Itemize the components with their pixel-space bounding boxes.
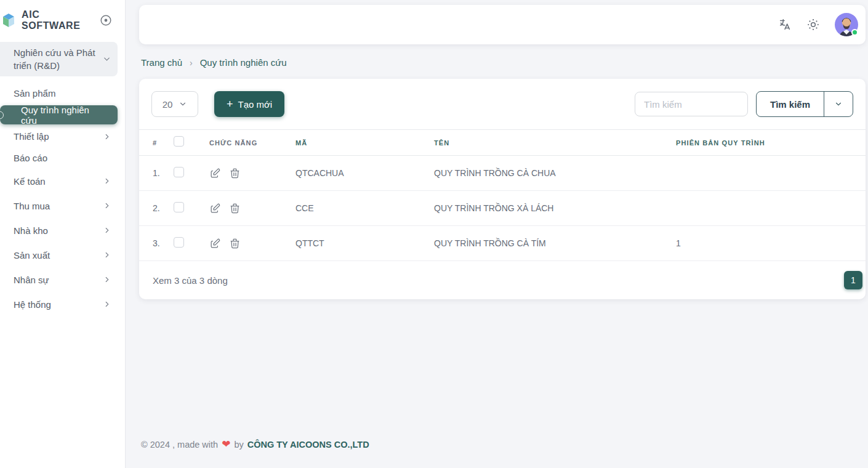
sidebar-item-san-xuat[interactable]: Sản xuất (0, 243, 118, 267)
sun-icon (806, 18, 820, 31)
sidebar-item-label: Báo cáo (14, 153, 47, 163)
col-header-name[interactable]: TÊN (434, 139, 676, 147)
sidebar-item-he-thong[interactable]: Hệ thống (0, 292, 118, 317)
table-row: 2. CCE QUY TRÌNH TRỒNG XÀ LÁCH (139, 191, 866, 226)
chevron-right-icon (103, 177, 111, 185)
chevron-right-icon (103, 201, 111, 210)
sidebar-item-label: Nhà kho (14, 225, 48, 236)
sidebar-item-quy-trinh-nghien-cuu[interactable]: Quy trình nghiên cứu (0, 105, 118, 124)
rows-summary: Xem 3 của 3 dòng (153, 275, 228, 286)
delete-button[interactable] (229, 203, 241, 214)
page-size-select[interactable]: 20 (151, 91, 198, 117)
select-all-checkbox[interactable] (174, 136, 184, 147)
row-checkbox[interactable] (174, 237, 184, 248)
chevron-down-icon (102, 55, 111, 64)
translate-icon (778, 18, 792, 31)
breadcrumb-separator: › (190, 58, 193, 68)
table-controls: 20 + Tạo mới Tìm kiếm (139, 79, 866, 129)
row-index: 2. (153, 203, 174, 213)
sidebar-item-label: Kế toán (14, 176, 46, 187)
topbar (139, 5, 866, 44)
language-switcher-button[interactable] (778, 18, 792, 31)
edit-pencil-icon (209, 167, 221, 179)
row-index: 1. (153, 168, 174, 178)
col-header-version[interactable]: PHIÊN BẢN QUY TRÌNH (676, 139, 852, 147)
chevron-right-icon (103, 251, 111, 259)
delete-button[interactable] (229, 238, 241, 249)
chevron-right-icon (103, 226, 111, 235)
table-header-row: # CHỨC NĂNG MÃ TÊN PHIÊN BẢN QUY TRÌNH (139, 129, 866, 156)
sidebar-item-rnd[interactable]: Nghiên cứu và Phát triển (R&D) (0, 42, 118, 76)
chevron-down-icon (834, 100, 843, 108)
sidebar-menu: Nghiên cứu và Phát triển (R&D) Sản phẩm … (0, 42, 118, 317)
row-version: 1 (676, 238, 852, 248)
copyright-by: by (234, 440, 243, 450)
chevron-down-icon (179, 100, 187, 108)
table-card: 20 + Tạo mới Tìm kiếm # CHỨC NĂNG (139, 79, 866, 299)
sidebar-item-label: Nhân sự (14, 275, 49, 285)
sidebar-item-thiet-lap[interactable]: Thiết lập (0, 126, 118, 147)
search-button[interactable]: Tìm kiếm (757, 92, 824, 116)
row-checkbox[interactable] (174, 202, 184, 212)
trash-icon (229, 203, 241, 214)
sidebar-item-thu-mua[interactable]: Thu mua (0, 193, 118, 218)
row-index: 3. (153, 238, 174, 248)
edit-button[interactable] (209, 203, 221, 214)
page-size-value: 20 (163, 99, 173, 110)
app-title: AIC SOFTWARE (22, 9, 99, 31)
delete-button[interactable] (229, 167, 241, 179)
breadcrumb-current: Quy trình nghiên cứu (200, 57, 287, 68)
copyright: © 2024 , made with ❤ by CÔNG TY AICOONS … (139, 438, 866, 451)
circle-bullet-icon (0, 111, 4, 119)
heart-icon: ❤ (222, 438, 230, 451)
search-options-button[interactable] (824, 92, 853, 116)
sidebar-collapse-toggle[interactable] (99, 14, 113, 27)
search-zone: Tìm kiếm (635, 91, 853, 117)
theme-toggle-button[interactable] (806, 18, 820, 31)
create-new-button[interactable]: + Tạo mới (214, 91, 284, 117)
col-header-actions: CHỨC NĂNG (209, 139, 295, 147)
chevron-right-icon (103, 275, 111, 284)
col-header-index: # (153, 139, 174, 147)
table-footer: Xem 3 của 3 dòng 1 (139, 261, 866, 299)
copyright-text: © 2024 , made with (141, 440, 218, 450)
row-code: CCE (295, 203, 434, 213)
chevron-right-icon (103, 300, 111, 309)
sidebar-item-nhan-su[interactable]: Nhân sự (0, 267, 118, 292)
breadcrumb-home-link[interactable]: Trang chủ (141, 57, 182, 68)
sidebar-item-label: Nghiên cứu và Phát triển (R&D) (14, 46, 99, 72)
row-code: QTCACHUA (295, 168, 434, 178)
app-logo-icon (1, 12, 17, 28)
edit-button[interactable] (209, 238, 221, 249)
search-input[interactable] (635, 92, 748, 116)
trash-icon (229, 238, 241, 249)
chevron-right-icon (103, 132, 111, 141)
sidebar-item-nha-kho[interactable]: Nhà kho (0, 218, 118, 243)
online-status-dot (851, 29, 858, 36)
row-checkbox[interactable] (174, 167, 184, 177)
pagination-page-1-button[interactable]: 1 (844, 271, 862, 289)
plus-icon: + (227, 99, 233, 110)
trash-icon (229, 167, 241, 179)
sidebar-item-bao-cao[interactable]: Báo cáo (0, 147, 118, 169)
col-header-code[interactable]: MÃ (295, 139, 434, 147)
company-link[interactable]: CÔNG TY AICOONS CO.,LTD (247, 440, 369, 450)
table-row: 1. QTCACHUA QUY TRÌNH TRỒNG CÀ CHUA (139, 156, 866, 191)
edit-button[interactable] (209, 167, 221, 179)
search-button-group: Tìm kiếm (756, 91, 853, 117)
sidebar-item-label: Hệ thống (14, 299, 51, 310)
sidebar: AIC SOFTWARE Nghiên cứu và Phát triển (R… (0, 0, 126, 468)
edit-pencil-icon (209, 238, 221, 249)
logo-row: AIC SOFTWARE (0, 6, 125, 34)
main-content: Trang chủ › Quy trình nghiên cứu 20 + Tạ… (126, 0, 868, 468)
edit-pencil-icon (209, 203, 221, 214)
row-name: QUY TRÌNH TRỒNG XÀ LÁCH (434, 203, 676, 213)
sidebar-item-label: Sản xuất (14, 250, 50, 260)
user-avatar[interactable] (835, 13, 858, 36)
sidebar-item-ke-toan[interactable]: Kế toán (0, 169, 118, 193)
table-row: 3. QTTCT QUY TRÌNH TRỒNG CÀ TÍM 1 (139, 226, 866, 261)
sidebar-item-san-pham[interactable]: Sản phẩm (0, 83, 118, 104)
sidebar-item-label: Quy trình nghiên cứu (21, 105, 99, 126)
row-name: QUY TRÌNH TRỒNG CÀ TÍM (434, 238, 676, 248)
breadcrumb: Trang chủ › Quy trình nghiên cứu (141, 57, 866, 68)
